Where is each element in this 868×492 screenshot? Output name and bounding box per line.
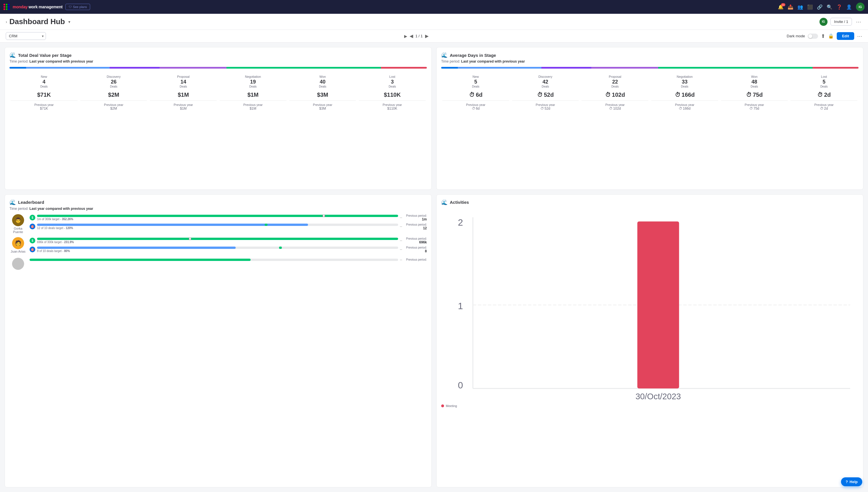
legend-dot-meeting [441,404,444,407]
color-seg-lost [381,67,427,69]
gorka-avatar: 👨 [12,214,24,226]
share-button[interactable]: ⬆ [821,33,825,39]
juan-money-bar [37,238,398,240]
gorka-deals-label: 12 of 10 deals target - 120% [37,226,398,230]
chart-legend: Meeting [441,404,859,408]
dark-mode-toggle[interactable] [808,33,818,39]
leaderboard-title-row: 🌊 Leaderboard [9,199,427,205]
avg-col-discovery: Discovery 42 Deals ⏱52d Previous year ⏱5… [511,73,580,112]
juan-name: Juan Arias [10,250,25,253]
avg-stage-grid: New 5 Deals ⏱6d Previous year ⏱6d Discov… [441,73,859,112]
next-page-button[interactable]: ▶ [425,33,428,39]
play-button[interactable]: ▶ [404,34,407,39]
third-avatar [12,258,24,270]
inbox-icon[interactable]: 📥 [788,4,793,10]
user-profile-icon[interactable]: 👤 [846,4,852,10]
stage-count-new: 4 [10,79,77,85]
avg-col-new: New 5 Deals ⏱6d Previous year ⏱6d [441,73,510,112]
see-plans-button[interactable]: 🛡 See plans [66,4,90,10]
nav-right: 🔔 11 📥 👥 ⬛ 🔗 🔍 ❓ 👤 IG [778,3,865,11]
stage-col-lost: Lost 3 Deals $110K Previous year $110K [358,73,427,112]
help-icon[interactable]: ❓ [837,4,842,10]
activities-widget: 🌊 Activities 2 1 0 30/Oct/2023 [436,194,863,487]
shield-icon: 🛡 [69,5,72,8]
leader-juan: 🧑 Juan Arias $ 696k of 300k target - 231… [9,237,427,254]
logo-dot-red3 [3,8,5,10]
juan-deals-row: 🎯 8 of 10 deals target - 80% -- Previous… [30,246,427,253]
color-seg-proposal [110,67,159,69]
users-icon[interactable]: 👥 [797,4,803,10]
third-metrics: -- Previous period: [30,258,427,263]
juan-metrics: $ 696k of 300k target - 231.9% -- Previo… [30,237,427,254]
notifications-icon[interactable]: 🔔 11 [778,4,784,10]
logo-dot-green [6,4,7,5]
avg-col-proposal: Proposal 22 Deals ⏱102d Previous year ⏱1… [580,73,650,112]
juan-money-marker [189,238,192,240]
filter-wrapper: CRM [6,32,46,40]
dark-mode-label: Dark mode [787,34,805,38]
page-header: › Dashboard Hub ▾ IG Invite / 1 ⋯ [0,14,868,30]
color-seg-won [226,67,381,69]
juan-deals-icon: 🎯 [30,247,35,252]
invite-button[interactable]: Invite / 1 [830,18,852,26]
deal-widget-icon: 🌊 [9,52,16,58]
avg-col-lost: Lost 5 Deals ⏱2d Previous year ⏱2d [789,73,859,112]
integrations-icon[interactable]: 🔗 [817,4,823,10]
gorka-money-bar [37,215,398,217]
prev-page-button[interactable]: ◀ [410,33,413,39]
juan-avatar: 🧑 [12,237,24,249]
title-dropdown-caret[interactable]: ▾ [68,20,70,24]
logo-dot-blue2 [8,6,10,8]
lock-icon[interactable]: 🔒 [828,33,834,39]
stage-col-won: Won 40 Deals $3M Previous year $3M [288,73,357,112]
avg-col-negotiation: Negotiation 33 Deals ⏱166d Previous year… [650,73,719,112]
juan-money-icon: $ [30,238,35,243]
notification-badge: 11 [781,3,785,6]
search-icon[interactable]: 🔍 [827,4,833,10]
juan-money-row: $ 696k of 300k target - 231.9% -- Previo… [30,237,427,244]
deal-time-period: Time period: Last year compared with pre… [9,59,427,64]
header-right: IG Invite / 1 ⋯ [819,18,862,26]
stage-col-negotiation: Negotiation 19 Deals $1M Previous year $… [218,73,288,112]
legend-label-meeting: Meeting [446,404,457,408]
see-plans-label: See plans [73,5,87,8]
gorka-money-icon: $ [30,215,35,220]
juan-person: 🧑 Juan Arias [9,237,27,253]
help-button[interactable]: ? Help [841,477,862,486]
svg-text:0: 0 [458,380,463,390]
toolbar-more-button[interactable]: ⋯ [857,33,862,39]
avg-time-period: Time period: Last year compared with pre… [441,59,859,64]
avg-color-bar [441,67,859,69]
toolbar: CRM ▶ ◀ 1 / 1 ▶ Dark mode ⬆ 🔒 Edit ⋯ [0,30,868,43]
edit-button[interactable]: Edit [837,32,854,40]
avg-col-won: Won 48 Deals ⏱75d Previous year ⏱75d [720,73,789,112]
logo-dot-green2 [6,6,7,8]
nav-left: monday work management 🛡 See plans [3,4,90,10]
user-avatar[interactable]: IG [856,3,865,11]
page-title: Dashboard Hub [9,17,65,26]
logo-dot-red [3,4,5,5]
activities-chart: 2 1 0 30/Oct/2023 [441,209,859,401]
page-indicator: 1 / 1 [415,34,423,38]
gorka-deals-row: 🎯 12 of 10 deals target - 120% -- Previo… [30,223,427,230]
gorka-money-row: $ 1m of 300k target - 352.26% -- Previou… [30,214,427,221]
apps-icon[interactable]: ⬛ [807,4,813,10]
logo-dot-blue [8,4,10,5]
header-more-button[interactable]: ⋯ [855,18,862,26]
gorka-metrics: $ 1m of 300k target - 352.26% -- Previou… [30,214,427,231]
svg-text:1: 1 [458,301,463,311]
svg-text:2: 2 [458,217,463,228]
logo-dot-green3 [6,8,7,10]
toolbar-left: CRM [6,32,46,40]
stage-name-new: New [10,75,77,78]
juan-deals-label: 8 of 10 deals target - 80% [37,249,398,253]
owner-avatar[interactable]: IG [819,18,827,26]
logo-brand: monday work management [13,5,63,9]
total-deal-value-widget: 🌊 Total Deal Value per Stage Time period… [5,47,432,190]
collapse-sidebar-button[interactable]: › [6,20,7,24]
chart-area: 2 1 0 30/Oct/2023 Meeting [441,207,859,410]
filter-select[interactable]: CRM [6,32,46,40]
activities-bar [637,221,679,388]
leaderboard-widget: 🌊 Leaderboard Time period: Last year com… [5,194,432,487]
avg-widget-title: Average Days in Stage [450,53,496,58]
